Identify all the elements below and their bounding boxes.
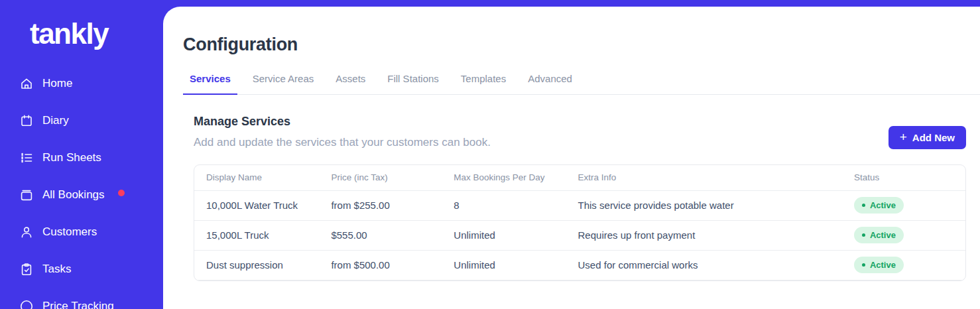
- tab-fill-stations[interactable]: Fill Stations: [381, 73, 446, 95]
- add-new-button-label: Add New: [912, 132, 955, 143]
- cell-price: from $255.00: [319, 190, 442, 220]
- sidebar-item-label: Diary: [42, 114, 69, 127]
- tab-services[interactable]: Services: [183, 73, 237, 95]
- sidebar-item-tasks[interactable]: Tasks: [0, 251, 163, 288]
- column-header-max-bookings: Max Bookings Per Day: [442, 165, 566, 190]
- sidebar-item-label: Tasks: [42, 263, 71, 276]
- column-header-extra-info: Extra Info: [566, 165, 842, 190]
- clipboard-check-icon: [19, 262, 34, 277]
- sidebar-item-label: Customers: [42, 225, 97, 239]
- sidebar-item-label: Run Sheets: [42, 151, 101, 164]
- cell-price: $555.00: [319, 220, 442, 250]
- tab-content: Manage Services Add and update the servi…: [183, 115, 980, 281]
- table-row[interactable]: 10,000L Water Truck from $255.00 8 This …: [194, 190, 965, 220]
- notification-dot: [118, 190, 125, 196]
- cell-display-name: 10,000L Water Truck: [194, 190, 319, 220]
- section-subtitle: Add and update the services that your cu…: [194, 136, 491, 149]
- sidebar-item-label: Price Tracking: [42, 300, 114, 309]
- bookings-box-icon: [19, 188, 34, 202]
- cell-display-name: Dust suppression: [194, 250, 319, 280]
- cell-extra-info: Requires up front payment: [566, 220, 842, 250]
- table-row[interactable]: 15,000L Truck $555.00 Unlimited Requires…: [194, 220, 965, 250]
- status-dot-icon: [862, 233, 865, 237]
- add-new-button[interactable]: + Add New: [888, 126, 966, 149]
- sidebar-item-home[interactable]: Home: [0, 65, 163, 102]
- status-badge: Active: [854, 257, 904, 273]
- cell-extra-info: This service provides potable water: [566, 190, 842, 220]
- sidebar-nav: Home Diary Run Sheets All Bookings: [0, 65, 163, 309]
- sidebar-item-price-tracking[interactable]: Price Tracking: [0, 288, 163, 309]
- sidebar: tankly Home Diary Run Sheets All Booking…: [0, 0, 163, 309]
- section-title: Manage Services: [194, 115, 491, 129]
- cell-max-bookings: 8: [442, 190, 566, 220]
- tab-advanced[interactable]: Advanced: [521, 73, 579, 95]
- status-badge: Active: [854, 197, 904, 214]
- user-icon: [19, 225, 34, 239]
- brand-logo: tankly: [30, 17, 163, 50]
- tab-service-areas[interactable]: Service Areas: [246, 73, 321, 95]
- table-header-row: Display Name Price (inc Tax) Max Booking…: [194, 165, 965, 190]
- table-row[interactable]: Dust suppression from $500.00 Unlimited …: [194, 250, 965, 280]
- cell-extra-info: Used for commercial works: [566, 250, 842, 280]
- plus-icon: +: [900, 131, 907, 143]
- sidebar-item-diary[interactable]: Diary: [0, 102, 163, 139]
- cell-max-bookings: Unlimited: [442, 250, 566, 280]
- status-dot-icon: [862, 263, 865, 267]
- section-header-text: Manage Services Add and update the servi…: [194, 115, 491, 149]
- cell-display-name: 15,000L Truck: [194, 220, 319, 250]
- tab-templates[interactable]: Templates: [454, 73, 513, 95]
- sidebar-item-label: All Bookings: [42, 188, 105, 202]
- cell-max-bookings: Unlimited: [442, 220, 566, 250]
- sidebar-item-label: Home: [42, 77, 72, 90]
- column-header-price: Price (inc Tax): [319, 165, 442, 190]
- status-dot-icon: [862, 204, 865, 207]
- list-icon: [19, 151, 34, 165]
- section-header: Manage Services Add and update the servi…: [194, 115, 966, 149]
- services-table: Display Name Price (inc Tax) Max Booking…: [194, 164, 966, 281]
- sidebar-item-all-bookings[interactable]: All Bookings: [0, 176, 163, 214]
- cell-price: from $500.00: [319, 250, 442, 280]
- sidebar-item-customers[interactable]: Customers: [0, 214, 163, 251]
- calendar-icon: [19, 113, 34, 128]
- tab-bar: Services Service Areas Assets Fill Stati…: [183, 73, 980, 95]
- page-title: Configuration: [183, 34, 980, 55]
- tab-assets[interactable]: Assets: [329, 73, 372, 95]
- column-header-status: Status: [842, 165, 965, 190]
- main-panel: Configuration Services Service Areas Ass…: [163, 7, 980, 309]
- column-header-display-name: Display Name: [194, 165, 319, 190]
- status-badge: Active: [854, 227, 904, 243]
- circle-icon: [19, 299, 34, 309]
- sidebar-item-run-sheets[interactable]: Run Sheets: [0, 139, 163, 176]
- home-icon: [19, 76, 34, 91]
